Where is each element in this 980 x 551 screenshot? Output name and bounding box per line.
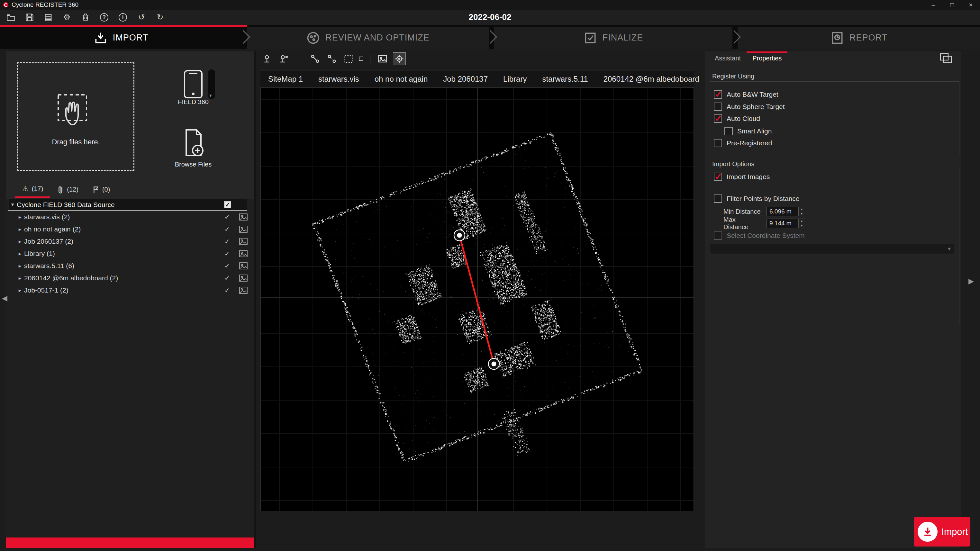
close-button[interactable]: ×: [961, 0, 980, 10]
left-panel-scrollbar[interactable]: [254, 51, 256, 548]
checkbox-row-pre-registered[interactable]: ✓ Pre-Registered: [714, 137, 772, 149]
caret-right-icon[interactable]: ▸: [16, 287, 24, 294]
sitemap-tab[interactable]: starwars.vis: [310, 71, 367, 87]
checkbox[interactable]: ✓: [714, 91, 722, 99]
image-icon[interactable]: [239, 286, 248, 294]
tree-item[interactable]: ▸ oh no not again (2) ✓: [8, 223, 247, 235]
drag-drop-zone[interactable]: Drag files here.: [18, 62, 134, 171]
image-icon[interactable]: [239, 238, 248, 245]
open-project-icon[interactable]: [6, 12, 16, 22]
image-icon[interactable]: [239, 262, 248, 270]
max-distance-spinner[interactable]: ▴ ▾: [799, 219, 805, 228]
checkbox[interactable]: ✓: [714, 232, 722, 240]
caret-right-icon[interactable]: ▸: [16, 214, 24, 221]
sitemap-tab[interactable]: Job 2060137: [435, 71, 495, 87]
settings-gear-icon[interactable]: ⚙: [62, 12, 72, 22]
collapse-left-panel-icon[interactable]: ◀: [2, 294, 7, 303]
sitemap-tab[interactable]: oh no not again: [367, 71, 435, 87]
spinner-up-icon[interactable]: ▴: [799, 207, 805, 211]
tab-properties[interactable]: Properties: [746, 51, 788, 65]
sitemap-canvas[interactable]: [261, 87, 694, 511]
caret-right-icon[interactable]: ▸: [16, 263, 24, 269]
minimize-button[interactable]: –: [924, 0, 943, 10]
layout-switch-icon[interactable]: [940, 53, 952, 64]
field-360-device-icon[interactable]: [183, 70, 204, 99]
spinner-down-icon[interactable]: ▾: [799, 211, 805, 216]
tree-item[interactable]: ▸ starwars.vis (2) ✓: [8, 211, 247, 223]
checkbox-row-filter-points[interactable]: ✓ Filter Points by Distance: [714, 193, 799, 205]
caret-right-icon[interactable]: ▸: [16, 275, 24, 282]
color-swatch[interactable]: [359, 57, 363, 61]
root-checkbox[interactable]: ✓: [224, 201, 231, 208]
redo-icon[interactable]: ↻: [155, 12, 165, 22]
checkbox[interactable]: ✓: [724, 127, 733, 135]
workflow-step-label: FINALIZE: [603, 33, 643, 43]
visual-alignment-icon[interactable]: [393, 52, 406, 65]
spinner-down-icon[interactable]: ▾: [799, 224, 805, 228]
workflow-step-review[interactable]: REVIEW AND OPTIMIZE: [247, 27, 489, 49]
image-icon[interactable]: [239, 274, 248, 282]
checkbox-row-coordinate-system[interactable]: ✓ Select Coordinate System: [714, 230, 805, 241]
checkbox-label: Auto Sphere Target: [727, 103, 785, 111]
caret-right-icon[interactable]: ▸: [16, 238, 24, 245]
tree-item[interactable]: ▸ 2060142 @6m albedoboard (2) ✓: [8, 272, 247, 284]
spinner-up-icon[interactable]: ▴: [799, 219, 805, 224]
checkbox-row-auto-sphere-target[interactable]: ✓ Auto Sphere Target: [714, 101, 785, 113]
save-project-icon[interactable]: [24, 12, 35, 22]
undo-icon[interactable]: ↺: [136, 12, 146, 22]
checkbox[interactable]: ✓: [714, 173, 722, 181]
workflow-step-finalize[interactable]: FINALIZE: [494, 27, 732, 49]
image-icon[interactable]: [239, 250, 248, 257]
browse-files-icon[interactable]: [184, 129, 204, 157]
create-link-icon[interactable]: [309, 52, 321, 65]
image-icon[interactable]: [239, 225, 248, 233]
help-icon[interactable]: ?: [99, 12, 109, 22]
tab-flagged[interactable]: (0): [86, 181, 117, 198]
coordinate-system-dropdown[interactable]: ▾: [710, 244, 954, 254]
data-source-tree: ▾ Cyclone FIELD 360 Data Source ✓ ▸ star…: [6, 198, 254, 537]
checkbox[interactable]: ✓: [714, 194, 722, 203]
auto-cloud-icon[interactable]: [342, 52, 355, 65]
tree-item[interactable]: ▸ Job 2060137 (2) ✓: [8, 235, 247, 248]
caret-right-icon[interactable]: ▸: [16, 226, 24, 233]
remove-setup-icon[interactable]: [277, 52, 290, 65]
tree-item[interactable]: ▸ Library (1) ✓: [8, 248, 247, 260]
checkbox[interactable]: ✓: [714, 139, 722, 147]
sitemap-tab[interactable]: 2060142 @6m albedoboard: [596, 71, 707, 87]
add-setup-icon[interactable]: [261, 52, 273, 65]
tab-assistant[interactable]: Assistant: [709, 51, 746, 65]
tree-root-row[interactable]: ▾ Cyclone FIELD 360 Data Source ✓: [8, 198, 247, 211]
sitemap-tab[interactable]: Library: [495, 71, 535, 87]
delete-icon[interactable]: [80, 12, 91, 22]
min-distance-spinner[interactable]: ▴ ▾: [799, 207, 805, 216]
sitemap-tab[interactable]: starwars.5.11: [535, 71, 595, 87]
import-button[interactable]: Import: [914, 517, 970, 546]
remove-link-icon[interactable]: [325, 52, 338, 65]
tree-item[interactable]: ▸ starwars.5.11 (6) ✓: [8, 260, 247, 272]
workflow-step-report[interactable]: REPORT: [738, 27, 980, 49]
checkbox-row-import-images[interactable]: ✓ Import Images: [714, 171, 770, 183]
maximize-button[interactable]: □: [943, 0, 961, 10]
tab-warnings[interactable]: ⚠ (17): [15, 181, 50, 198]
caret-right-icon[interactable]: ▸: [16, 251, 24, 257]
app-logo-icon: [3, 2, 8, 7]
checkbox[interactable]: ✓: [714, 103, 722, 111]
image-icon[interactable]: [239, 213, 248, 221]
tab-attachments[interactable]: (12): [50, 181, 86, 198]
field-360-scroll-handle[interactable]: ▾: [208, 70, 215, 99]
info-icon[interactable]: i: [118, 12, 128, 22]
sitemap-tab[interactable]: SiteMap 1: [261, 71, 310, 87]
caret-down-icon[interactable]: ▾: [8, 201, 17, 208]
max-distance-input[interactable]: 9.144 m: [767, 219, 799, 228]
snapshot-icon[interactable]: [376, 52, 389, 65]
workflow-step-import[interactable]: IMPORT: [0, 27, 242, 49]
properties-tabs: Assistant Properties: [709, 51, 788, 65]
checkbox-row-auto-cloud[interactable]: ✓ Auto Cloud: [714, 113, 760, 124]
checkbox-row-smart-align[interactable]: ✓ Smart Align: [724, 125, 772, 137]
tree-item[interactable]: ▸ Job-0517-1 (2) ✓: [8, 284, 247, 296]
checkbox-row-auto-bw-target[interactable]: ✓ Auto B&W Target: [714, 89, 778, 100]
checkbox[interactable]: ✓: [714, 114, 722, 123]
storage-manager-icon[interactable]: [43, 12, 53, 22]
expand-right-panel-icon[interactable]: ▶: [969, 277, 974, 286]
min-distance-input[interactable]: 6.096 m: [767, 207, 799, 216]
